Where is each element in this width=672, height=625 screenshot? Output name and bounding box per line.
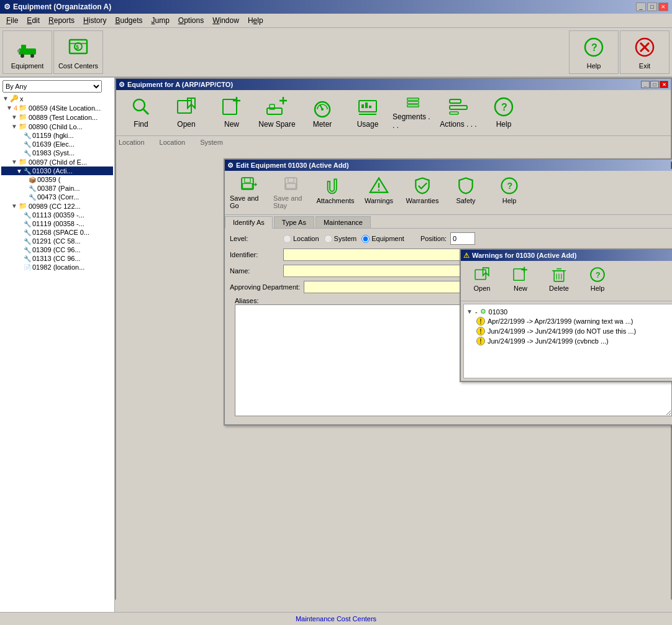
edit-save-stay-btn[interactable]: Save and Stay xyxy=(271,173,313,212)
toolbar-help[interactable]: ? Help xyxy=(569,30,619,74)
equip-help-btn[interactable]: ? Help xyxy=(481,93,526,133)
tree-item-eq01030[interactable]: ▼ 🔧 01030 (Acti... xyxy=(1,167,113,175)
tree-item-eq01119[interactable]: 🔧 01119 (00358 -... xyxy=(1,219,113,228)
edit-help-btn[interactable]: ? Help xyxy=(488,173,530,212)
svg-line-15 xyxy=(143,109,148,114)
identifier-input[interactable]: 01030 xyxy=(283,249,482,261)
tree-item-eq01313[interactable]: 🔧 01313 (CC 96... xyxy=(1,254,113,263)
equip-window-title-bar[interactable]: ⚙ Equipment for A (ARP/APP/CTO) _ □ ✕ xyxy=(116,79,671,90)
equip-new-btn[interactable]: New xyxy=(209,93,254,133)
menu-file[interactable]: File xyxy=(2,15,22,26)
tree-item-eq01309[interactable]: 🔧 01309 (CC 96... xyxy=(1,245,113,254)
warnings-list: ▼ - ⚙ 01030 ! Apr/22/1999 -> Apr/23/1999… xyxy=(463,304,672,378)
close-button[interactable]: ✕ xyxy=(658,2,668,11)
equip-window-title: Equipment for A (ARP/APP/CTO) xyxy=(127,81,233,88)
level-location-radio[interactable] xyxy=(283,235,291,243)
tree-item-eq01113[interactable]: 🔧 01113 (00359 -... xyxy=(1,211,113,219)
tree-item-eq01983[interactable]: 🔧 01983 (Syst... xyxy=(1,148,113,157)
warning-icon-title: ⚠ xyxy=(463,252,470,260)
equip-usage-label: Usage xyxy=(357,120,379,129)
level-equipment-radio[interactable] xyxy=(361,235,370,243)
menu-reports[interactable]: Reports xyxy=(45,15,78,26)
position-input[interactable] xyxy=(450,232,475,245)
equip-find-btn[interactable]: Find xyxy=(119,93,163,133)
tree-item-eq01982[interactable]: 📄 01982 (location... xyxy=(1,263,113,271)
warnings-delete-btn[interactable]: Delete xyxy=(540,263,578,298)
equip-segments-btn[interactable]: Segments . . . xyxy=(391,93,435,133)
usage-icon xyxy=(356,96,379,118)
svg-text:?: ? xyxy=(596,271,601,280)
tree-item-eq01268[interactable]: 🔧 01268 (SPACE 0... xyxy=(1,228,113,237)
level-system[interactable]: System xyxy=(324,235,357,243)
tree-item-eq00989[interactable]: ▼ 📁 00989 (CC 122... xyxy=(1,201,113,211)
tree-item-eq00359[interactable]: 📦 00359 ( xyxy=(1,175,113,184)
edit-window-title-bar[interactable]: ⚙ Edit Equipment 01030 (Active Add) ✕ xyxy=(225,160,672,171)
tree-item-eq01639[interactable]: 🔧 01639 (Elec... xyxy=(1,140,113,148)
level-radio-group: Location System Equipment xyxy=(283,235,404,243)
tree-filter-dropdown[interactable]: By Any By Name By ID xyxy=(2,80,102,93)
status-text: Maintenance Cost Centers xyxy=(296,615,376,623)
menu-options[interactable]: Options xyxy=(175,15,207,26)
equip-maximize-button[interactable]: □ xyxy=(650,81,659,88)
warn-item-3[interactable]: ! Jun/24/1999 -> Jun/24/1999 (cvbncb ...… xyxy=(466,336,672,346)
toolbar-cost-centers-label: Cost Centers xyxy=(58,62,98,70)
edit-attachments-btn[interactable]: Attachments xyxy=(314,173,356,212)
level-system-radio[interactable] xyxy=(324,235,332,243)
warnings-delete-icon xyxy=(550,266,568,283)
warn-item-2[interactable]: ! Jun/24/1999 -> Jun/24/1999 (do NOT use… xyxy=(466,326,672,336)
menu-help[interactable]: Help xyxy=(244,15,267,26)
edit-warranties-btn[interactable]: Warranties xyxy=(401,173,443,212)
tab-maintenance[interactable]: Maintenance xyxy=(316,216,371,228)
menu-budgets[interactable]: Budgets xyxy=(111,15,146,26)
toolbar-exit[interactable]: Exit xyxy=(620,30,670,74)
tree-item-loc889[interactable]: ▼ 📁 00889 (Test Location... xyxy=(1,112,113,122)
equip-open-btn[interactable]: Open xyxy=(164,93,209,133)
tree-item-eq00897[interactable]: ▼ 📁 00897 (Child of E... xyxy=(1,157,113,167)
menu-edit[interactable]: Edit xyxy=(23,15,43,26)
tree-item-eq00473[interactable]: 🔧 00473 (Corr... xyxy=(1,193,113,201)
tree-item-eq00387[interactable]: 🔧 00387 (Pain... xyxy=(1,184,113,193)
svg-rect-35 xyxy=(407,105,419,107)
position-label: Position: xyxy=(420,235,447,242)
warn-item-1[interactable]: ! Apr/22/1999 -> Apr/23/1999 (warning te… xyxy=(466,316,672,326)
edit-warnings-btn[interactable]: Warnings xyxy=(358,173,400,212)
warnings-window: ⚠ Warnings for 01030 (Active Add) _ □ ✕ … xyxy=(460,249,672,382)
warnings-new-btn[interactable]: New xyxy=(502,263,539,298)
tree-item-loc4[interactable]: ▼ 4 📁 00859 (4Site Location... xyxy=(1,103,113,112)
svg-point-51 xyxy=(378,189,380,191)
menu-history[interactable]: History xyxy=(79,15,110,26)
warn-text-3: Jun/24/1999 -> Jun/24/1999 (cvbncb ...) xyxy=(488,337,609,345)
minimize-button[interactable]: _ xyxy=(636,2,646,11)
menu-window[interactable]: Window xyxy=(209,15,243,26)
maximize-button[interactable]: □ xyxy=(647,2,657,11)
edit-save-go-btn[interactable]: Save and Go xyxy=(227,173,270,212)
toolbar-cost-centers[interactable]: $ Cost Centers xyxy=(53,30,103,74)
level-equipment[interactable]: Equipment xyxy=(361,235,404,243)
toolbar-equipment[interactable]: Equipment xyxy=(2,30,52,74)
equip-new-spare-btn[interactable]: New Spare xyxy=(255,93,299,133)
exit-icon xyxy=(632,35,657,60)
tree-root[interactable]: ▼ 🔑 x xyxy=(1,94,113,103)
equip-meter-label: Meter xyxy=(313,120,332,129)
equip-usage-btn[interactable]: Usage xyxy=(345,93,390,133)
warnings-help-btn[interactable]: ? Help xyxy=(579,263,616,298)
warnings-open-btn[interactable]: Open xyxy=(463,263,501,298)
edit-warnings-label: Warnings xyxy=(365,197,393,204)
tree-item-eq01291[interactable]: 🔧 01291 (CC 58... xyxy=(1,237,113,245)
equip-close-button[interactable]: ✕ xyxy=(660,81,668,88)
edit-safety-btn[interactable]: Safety xyxy=(445,173,487,212)
tree-item-eq01159[interactable]: 🔧 01159 (hgki... xyxy=(1,131,113,140)
name-input[interactable]: Active Add xyxy=(283,265,482,277)
warnings-title-bar[interactable]: ⚠ Warnings for 01030 (Active Add) _ □ ✕ xyxy=(461,250,672,261)
actions-icon xyxy=(447,96,470,118)
level-location[interactable]: Location xyxy=(283,235,319,243)
svg-marker-45 xyxy=(255,183,257,186)
tab-identify-as[interactable]: Identify As xyxy=(225,216,273,229)
tree-item-loc890[interactable]: ▼ 📁 00890 (Child Lo... xyxy=(1,122,113,131)
equip-meter-btn[interactable]: Meter xyxy=(300,93,345,133)
equip-actions-btn[interactable]: Actions . . . xyxy=(436,93,481,133)
equip-new-label: New xyxy=(224,120,239,129)
equip-minimize-button[interactable]: _ xyxy=(641,81,650,88)
menu-jump[interactable]: Jump xyxy=(147,15,173,26)
tab-type-as[interactable]: Type As xyxy=(274,216,314,228)
